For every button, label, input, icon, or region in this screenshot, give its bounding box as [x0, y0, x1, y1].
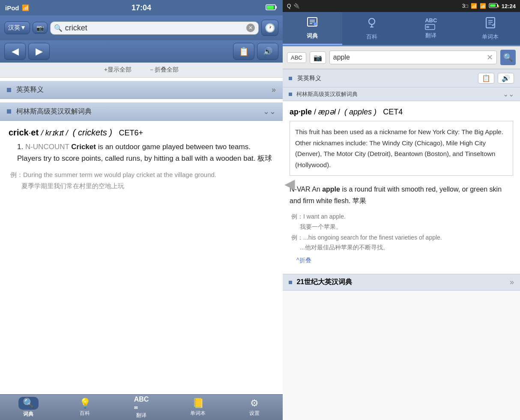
android-tab-dict[interactable]: Q 词典 [283, 12, 342, 45]
search-glass-icon: 🔍 [54, 24, 63, 32]
ios-section-yingyingyi[interactable]: 英英释义 » [0, 81, 283, 99]
ios-tab-baike[interactable]: 💡 百科 [57, 398, 113, 417]
section2-small-square [7, 109, 11, 114]
ios-entry-area: crick·et / krɪkɪt / ( crickets ) CET6+ 1… [0, 121, 283, 201]
android-section2-label: 柯林斯高级英汉双解词典 [296, 91, 358, 97]
ios-tab-settings[interactable]: ⚙ 设置 [226, 398, 283, 417]
android-status-right: 3□ 📶 📶 ⚡ 12:24 [462, 3, 516, 10]
android-headword-text: ap·ple [290, 108, 312, 116]
def-pos: N-UNCOUNT [25, 143, 71, 151]
ios-nav-bar: ◀ ▶ 📋 🔊 [0, 40, 283, 63]
android-search-icon: 🔍 [503, 53, 513, 62]
tab-translate-icon: ABC✉ [134, 396, 149, 411]
svg-text:⚡: ⚡ [497, 4, 499, 8]
android-search-button[interactable]: 🔍 [500, 50, 516, 65]
tab-baike-icon: 💡 [79, 398, 91, 409]
android-status-left: Q 🔌 [287, 3, 300, 9]
android-back-arrow[interactable]: ◀ [284, 176, 295, 192]
android-tab-wordbook[interactable]: 单词本 [461, 12, 520, 45]
android-search-input-wrap: apple ✕ [329, 51, 497, 64]
android-pron: / æpəl / ( apples ) [314, 108, 377, 116]
ios-collapse-all-button[interactable]: －折叠全部 [149, 66, 179, 74]
forward-icon: ▶ [36, 46, 43, 57]
android-section1-square [289, 77, 292, 80]
ios-sound-button[interactable]: 🔊 [257, 43, 278, 60]
android-tab-baike-label: 百科 [366, 33, 377, 41]
def-bold-term: Cricket [71, 143, 96, 151]
ios-section1-chevron: » [272, 85, 276, 94]
svg-text:⚡: ⚡ [277, 6, 278, 10]
ios-search-input-wrap: 🔍 cricket ✕ [50, 21, 259, 35]
ios-status-left: iPod 📶 [5, 4, 29, 12]
android-tab-baike[interactable]: 百科 [342, 12, 402, 45]
android-section1-title: 英英释义 [289, 75, 321, 82]
ios-dict-selector[interactable]: 汉英▼ [4, 21, 30, 34]
ios-status-bar: iPod 📶 17:04 ⚡ [0, 0, 283, 15]
android-section-yingyingyi[interactable]: 英英释义 📋 🔊 [283, 69, 520, 87]
android-collapse-link[interactable]: ^折叠 [290, 253, 513, 268]
ios-tab-bar: 🔍 词典 💡 百科 ABC✉ 翻译 📒 单词本 ⚙ 设置 [0, 394, 283, 420]
back-icon: ◀ [12, 46, 19, 57]
android-section-21st[interactable]: 21世纪大英汉词典 » [283, 274, 520, 291]
ios-search-text: cricket [65, 24, 244, 33]
android-clear-button[interactable]: ✕ [487, 53, 493, 62]
tab-settings-label: 设置 [249, 410, 260, 417]
android-search-bar: ABC 📷 apple ✕ 🔍 [283, 46, 520, 69]
ios-tab-dict[interactable]: 🔍 词典 [0, 397, 57, 418]
android-level: CET4 [379, 108, 403, 116]
android-headword: ap·ple / æpəl / ( apples ) CET4 [290, 107, 513, 117]
android-example2-cn: ...他对最佳品种苹果的不断寻找。 [290, 244, 513, 252]
android-section21-square [289, 281, 292, 284]
svg-rect-2 [267, 6, 274, 9]
android-info-box: This fruit has been used as a nickname f… [290, 121, 513, 176]
tab-wordbook-label: 单词本 [190, 410, 206, 417]
android-section2-collapse[interactable]: ⌄⌄ [503, 90, 514, 98]
svg-point-14 [369, 18, 375, 24]
copy-icon: 📋 [239, 46, 249, 57]
ios-section-collins[interactable]: 柯林斯高级英汉双解词典 ⌄⌄ [0, 102, 283, 121]
ios-section-collins-title: 柯林斯高级英汉双解词典 [7, 107, 92, 116]
android-tab-translate[interactable]: ABC ✉ 翻译 [401, 12, 461, 45]
android-section2-square [289, 93, 292, 96]
android-section21-title: 21世纪大英汉词典 [289, 278, 352, 287]
android-example1-en: 例：I want an apple. [290, 212, 513, 221]
section1-small-square [7, 88, 11, 92]
left-panel-ipod: iPod 📶 17:04 ⚡ 汉英▼ 📷 🔍 cricket ✕ [0, 0, 283, 420]
ios-history-button[interactable]: 🕐 [261, 20, 278, 36]
ios-pronunciation: / krɪkɪt / [41, 129, 68, 137]
ios-example-cn: 夏季学期里我们常在村里的空地上玩 [9, 182, 274, 190]
ios-headword: crick·et / krɪkɪt / ( crickets ) CET6+ [9, 128, 274, 138]
android-copy-button[interactable]: 📋 [478, 73, 494, 84]
ios-search-bar: 汉英▼ 📷 🔍 cricket ✕ 🕐 [0, 15, 283, 40]
android-abc-button[interactable]: ABC [287, 52, 306, 63]
ios-def-item-1: 1. N-UNCOUNT Cricket is an outdoor game … [17, 141, 274, 164]
ios-camera-btn[interactable]: 📷 [33, 22, 48, 34]
android-wordbook-icon [484, 17, 496, 31]
android-section1-label: 英英释义 [297, 75, 321, 82]
android-camera-button[interactable]: 📷 [310, 51, 326, 64]
android-section2-title: 柯林斯高级英汉双解词典 [289, 90, 358, 98]
ios-show-all-button[interactable]: +显示全部 [104, 66, 131, 74]
ios-clear-button[interactable]: ✕ [246, 24, 255, 32]
svg-rect-6 [490, 4, 496, 7]
tab-settings-icon: ⚙ [250, 398, 259, 409]
ios-tab-wordbook[interactable]: 📒 单词本 [170, 398, 226, 417]
android-baike-icon [366, 17, 378, 31]
android-example1-cn: 我要一个苹果。 [290, 223, 513, 231]
android-collins-subsection[interactable]: 柯林斯高级英汉双解词典 ⌄⌄ [283, 87, 520, 101]
tab-translate-label: 翻译 [136, 412, 146, 419]
ios-back-button[interactable]: ◀ [4, 43, 26, 60]
android-sound-button[interactable]: 🔊 [498, 73, 514, 84]
right-panel-android: Q 🔌 3□ 📶 📶 ⚡ 12:24 [283, 0, 520, 420]
android-info-text: This fruit has been used as a nickname f… [295, 128, 503, 168]
svg-text:Q: Q [314, 23, 317, 26]
ios-battery-icon: ⚡ [266, 4, 278, 12]
android-signal-icon: 📶 [480, 3, 486, 9]
android-time: 12:24 [502, 3, 516, 9]
ios-section2-label: 柯林斯高级英汉双解词典 [16, 107, 92, 116]
def-bold: apple [322, 186, 340, 193]
android-battery-icon: ⚡ [489, 3, 499, 10]
ios-copy-button[interactable]: 📋 [233, 43, 254, 60]
ios-tab-translate[interactable]: ABC✉ 翻译 [113, 396, 170, 419]
ios-forward-button[interactable]: ▶ [28, 43, 50, 60]
